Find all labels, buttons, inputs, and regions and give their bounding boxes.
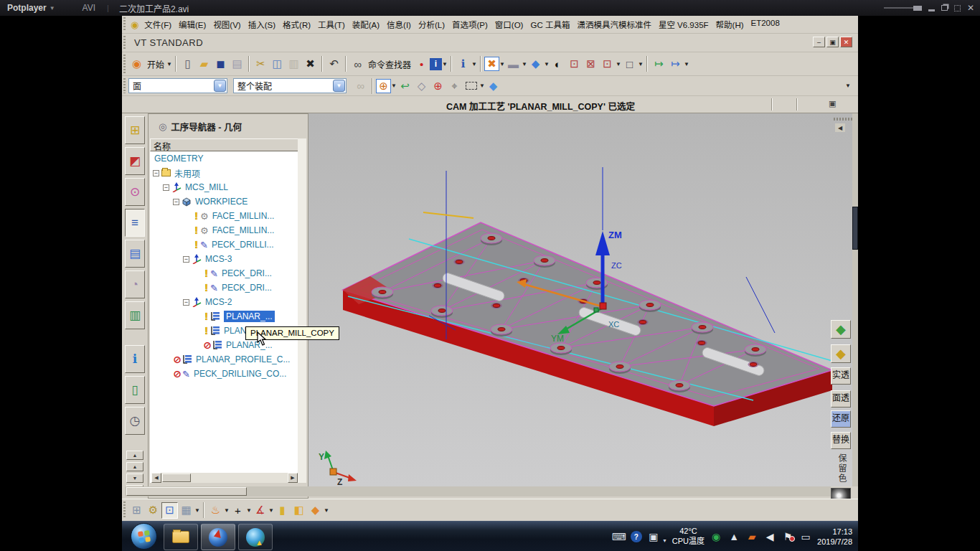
html-report-tab[interactable]: ▯: [125, 376, 145, 404]
chevron-down-icon[interactable]: ▼: [471, 61, 477, 67]
type-filter-combo[interactable]: 面 ▼: [128, 78, 227, 93]
undo-selection-icon[interactable]: ↩: [397, 77, 413, 94]
restore-button[interactable]: [941, 5, 948, 11]
tree-row[interactable]: ⊘PLANAR_PROFILE_C...: [150, 352, 299, 367]
snap-tool-icon[interactable]: ⌖: [446, 77, 463, 94]
save-icon[interactable]: ◼: [212, 56, 229, 72]
create-program-icon[interactable]: ⊞: [128, 502, 145, 519]
chevron-down-icon[interactable]: ▼: [638, 61, 644, 67]
scrollbar-thumb[interactable]: [126, 487, 247, 496]
menu-item[interactable]: 信息(I): [384, 19, 414, 30]
tree-row[interactable]: −MCS-2: [150, 295, 299, 309]
collapse-left-icon[interactable]: ◀: [835, 123, 845, 132]
create-method-icon[interactable]: ▦: [178, 502, 194, 519]
selection-scope-combo[interactable]: 整个装配 ▼: [233, 78, 347, 93]
bounded-cylinder-icon[interactable]: ▮: [274, 502, 291, 519]
deselect-all-icon[interactable]: ◇: [413, 77, 430, 94]
solid-translucent-button[interactable]: 实透: [831, 367, 851, 385]
network-icon[interactable]: ▭: [799, 531, 812, 542]
scroll-right-icon[interactable]: ▶: [288, 473, 298, 483]
chevron-down-icon[interactable]: ▼: [214, 80, 226, 92]
scroll-up-button[interactable]: ▲: [126, 462, 143, 471]
part-navigator-tab[interactable]: ⊙: [125, 178, 145, 206]
chevron-down-icon[interactable]: ▼: [324, 507, 329, 514]
snap-point-icon[interactable]: ⊕: [376, 79, 391, 93]
fullscreen-button[interactable]: [954, 5, 961, 11]
chevron-down-icon[interactable]: ▼: [616, 61, 621, 67]
optical-drive-icon[interactable]: ◉: [710, 531, 722, 542]
print-icon[interactable]: ▤: [229, 56, 245, 72]
navigator-horizontal-scrollbar[interactable]: ◀ ▶: [151, 473, 298, 483]
cut-icon[interactable]: ✂: [253, 56, 269, 72]
information-icon[interactable]: i: [430, 58, 442, 70]
measure-angle-icon[interactable]: ∡: [252, 502, 268, 519]
menu-item[interactable]: 窗口(O): [492, 19, 527, 30]
tree-row[interactable]: !✎PECK_DRI...: [150, 266, 299, 281]
menu-item[interactable]: ET2008: [748, 19, 783, 30]
chevron-down-icon[interactable]: ▼: [479, 83, 485, 89]
restore-pane-icon[interactable]: ▣: [829, 99, 836, 108]
main-horizontal-scrollbar[interactable]: [125, 486, 831, 496]
menu-item[interactable]: 首选项(P): [449, 19, 491, 30]
point-dialog-icon[interactable]: ⊕: [430, 77, 446, 94]
start-menu-button[interactable]: 开始: [145, 58, 166, 70]
copy-icon[interactable]: ◫: [269, 56, 286, 72]
action-center-flag-icon[interactable]: ⚑: [781, 531, 794, 542]
render-style-icon[interactable]: ◐: [550, 56, 566, 72]
paste-icon[interactable]: ▥: [286, 56, 302, 72]
menu-item[interactable]: 文件(F): [141, 19, 174, 30]
tree-row[interactable]: !⚙FACE_MILLIN...: [150, 223, 299, 237]
alert-dot-icon[interactable]: •: [413, 56, 430, 72]
right-panel-grip[interactable]: [834, 118, 852, 121]
navigator-vertical-scrollbar[interactable]: [298, 138, 306, 483]
nx-taskbar-button[interactable]: [201, 524, 235, 550]
nx-restore-button[interactable]: ▣: [826, 37, 839, 47]
edit-section-icon[interactable]: ⊡: [599, 56, 616, 72]
tree-row[interactable]: ⊘✎PECK_DRILLING_CO...: [150, 367, 299, 381]
chevron-down-icon[interactable]: ▼: [684, 61, 689, 67]
navigator-pin-icon[interactable]: ◎: [159, 121, 166, 132]
explorer-taskbar-button[interactable]: [164, 524, 198, 550]
create-tool-icon[interactable]: ⚙: [145, 502, 161, 519]
expand-toggle-icon[interactable]: −: [173, 199, 179, 205]
menu-item[interactable]: 工具(T): [315, 19, 348, 30]
scroll-down-button[interactable]: ▼: [126, 474, 143, 483]
menu-item[interactable]: 分析(L): [415, 19, 448, 30]
cutaway-view-icon[interactable]: ⊡: [566, 56, 583, 72]
taskbar-clock[interactable]: 17:132019/7/28: [817, 527, 855, 547]
constraint-navigator-tab[interactable]: ◩: [125, 147, 145, 175]
volume-slider[interactable]: [884, 7, 917, 9]
chevron-down-icon[interactable]: ▼: [333, 80, 345, 92]
command-finder-label[interactable]: 命令查找器: [366, 58, 413, 70]
tree-row[interactable]: −WORKPIECE: [150, 194, 299, 209]
restore-button[interactable]: 还原: [831, 410, 851, 428]
select-solid-icon[interactable]: ◆: [485, 77, 501, 94]
fit-view-icon[interactable]: ✖: [484, 57, 499, 71]
chevron-down-icon[interactable]: ▼: [544, 61, 550, 67]
expand-toggle-icon[interactable]: −: [153, 170, 159, 176]
menu-item[interactable]: GC 工具箱: [527, 19, 573, 30]
graphics-window[interactable]: ZM ZC YM XC Y Z: [308, 113, 852, 486]
green-diamond-icon[interactable]: ◆: [831, 320, 851, 339]
expand-toggle-icon[interactable]: −: [163, 184, 169, 191]
tree-row[interactable]: !⚙FACE_MILLIN...: [150, 209, 299, 223]
chevron-down-icon[interactable]: ▼: [224, 507, 230, 514]
shaded-display-icon[interactable]: ◆: [527, 56, 544, 72]
operation-navigator-tab[interactable]: ≡: [125, 209, 145, 237]
undo-icon[interactable]: ↶: [326, 56, 342, 72]
toolbar-overflow-dropdown[interactable]: ▼: [845, 83, 851, 89]
show-hide-icon[interactable]: ↦: [651, 56, 667, 72]
mesh-surface-icon[interactable]: ♨: [207, 502, 224, 519]
input-method-icon[interactable]: ⌨: [613, 531, 626, 542]
chevron-down-icon[interactable]: ▼: [246, 507, 252, 514]
browser-taskbar-button[interactable]: [238, 524, 273, 550]
tree-row[interactable]: −MCS-3: [150, 252, 299, 266]
viewport-vertical-scrollbar[interactable]: [852, 113, 858, 486]
menu-item[interactable]: 格式(R): [280, 19, 314, 30]
start-button[interactable]: [131, 523, 157, 550]
scroll-top-button[interactable]: ▲: [126, 451, 143, 460]
nx-minimize-button[interactable]: –: [813, 37, 825, 47]
nx-close-button[interactable]: ✕: [840, 37, 852, 47]
chevron-down-icon[interactable]: ▼: [166, 61, 172, 67]
scroll-left-icon[interactable]: ◀: [151, 473, 161, 483]
